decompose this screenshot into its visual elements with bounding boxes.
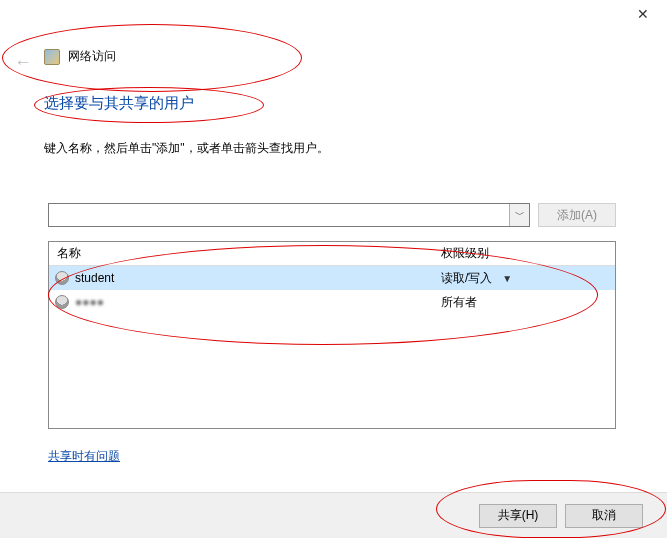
permission-label: 所有者	[441, 294, 477, 311]
share-button[interactable]: 共享(H)	[479, 504, 557, 528]
chevron-down-icon: ▼	[502, 273, 512, 284]
table-row[interactable]: ●●●● 所有者	[49, 290, 615, 314]
table-row[interactable]: student 读取/写入 ▼	[49, 266, 615, 290]
user-input-row: ﹀ 添加(A)	[48, 203, 616, 227]
page-heading: 选择要与其共享的用户	[44, 94, 194, 113]
user-name-input[interactable]	[49, 204, 509, 226]
page-subheading: 键入名称，然后单击"添加"，或者单击箭头查找用户。	[44, 140, 329, 157]
add-button[interactable]: 添加(A)	[538, 203, 616, 227]
column-header-name[interactable]: 名称	[49, 245, 437, 262]
user-name-label: ●●●●	[75, 295, 104, 309]
dialog-title: 网络访问	[68, 48, 116, 65]
dialog-header: 网络访问	[44, 48, 116, 65]
cell-permission: 所有者	[437, 294, 615, 311]
close-button[interactable]: ✕	[623, 1, 663, 27]
close-icon: ✕	[637, 6, 649, 22]
cancel-button-label: 取消	[592, 507, 616, 524]
add-button-label: 添加(A)	[557, 207, 597, 224]
cell-name: ●●●●	[49, 295, 437, 309]
table-header: 名称 权限级别	[49, 242, 615, 266]
column-header-permission[interactable]: 权限级别	[437, 245, 615, 262]
share-users-table: 名称 权限级别 student 读取/写入 ▼ ●●●● 所有者	[48, 241, 616, 429]
back-button[interactable]: ←	[14, 52, 32, 73]
dialog-footer: 共享(H) 取消	[0, 492, 667, 538]
share-button-label: 共享(H)	[498, 507, 539, 524]
cell-name: student	[49, 271, 437, 285]
cell-permission[interactable]: 读取/写入 ▼	[437, 270, 615, 287]
arrow-left-icon: ←	[14, 52, 32, 72]
network-access-icon	[44, 49, 60, 65]
permission-label: 读取/写入	[441, 270, 492, 287]
titlebar: ✕	[0, 0, 667, 28]
user-combobox[interactable]: ﹀	[48, 203, 530, 227]
user-icon	[55, 271, 69, 285]
user-name-label: student	[75, 271, 114, 285]
combobox-dropdown-button[interactable]: ﹀	[509, 204, 529, 226]
user-icon	[55, 295, 69, 309]
cancel-button[interactable]: 取消	[565, 504, 643, 528]
chevron-down-icon: ﹀	[515, 208, 525, 222]
help-link[interactable]: 共享时有问题	[48, 448, 120, 465]
